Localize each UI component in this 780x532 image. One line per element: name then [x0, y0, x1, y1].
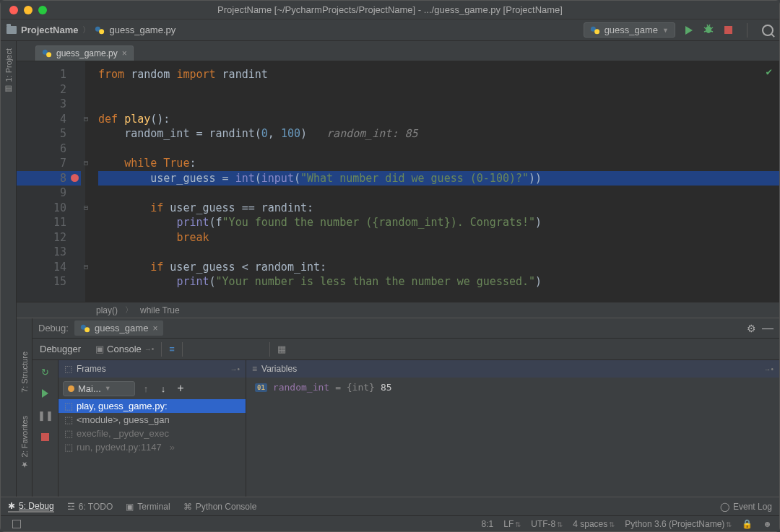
window-controls: [1, 6, 47, 14]
force-step-into-button[interactable]: [226, 344, 240, 355]
stop-debug-button[interactable]: [38, 429, 53, 444]
close-session-button[interactable]: ×: [152, 323, 157, 333]
fold-icon[interactable]: ⊟: [84, 112, 88, 127]
svg-line-7: [704, 31, 706, 32]
frame-item[interactable]: ⬚run, pydevd.py:1147»: [58, 440, 246, 454]
frame-item[interactable]: ⬚play, guess_game.py:: [58, 399, 246, 413]
favorites-tool-tab[interactable]: ★2: Favorites: [19, 411, 30, 474]
code-content[interactable]: from random import randint def play(): r…: [85, 61, 779, 302]
lock-icon[interactable]: 🔒: [742, 519, 753, 529]
debug-button[interactable]: [703, 23, 714, 37]
close-window-button[interactable]: [9, 6, 18, 14]
titlebar: ProjectName [~/PycharmProjects/ProjectNa…: [1, 1, 779, 19]
editor-tabs: guess_game.py ×: [17, 41, 779, 61]
debug-toolbar: Debugger ▣Console→• ≡ I ▦: [32, 339, 779, 360]
line-separator[interactable]: LF: [503, 519, 521, 529]
debug-tool-window: 7: Structure ★2: Favorites Debug: guess_…: [17, 318, 779, 497]
variable-row[interactable]: 01 random_int = {int} 85: [246, 378, 779, 397]
run-to-cursor-button[interactable]: I: [255, 344, 269, 355]
evaluate-expression-button[interactable]: ▦: [270, 340, 293, 358]
step-out-button[interactable]: [240, 344, 255, 355]
thread-selector[interactable]: Mai... ▼: [63, 381, 135, 396]
close-tab-button[interactable]: ×: [122, 48, 127, 58]
breadcrumb-file: guess_game.py: [109, 25, 176, 35]
structure-tool-tab[interactable]: 7: Structure: [19, 347, 30, 397]
breadcrumb-project: ProjectName: [21, 25, 78, 35]
threads-icon[interactable]: ≡: [162, 340, 182, 358]
chevron-right-icon: 〉: [82, 25, 90, 35]
run-configuration-selector[interactable]: guess_game ▼: [584, 22, 675, 38]
debug-title: Debug:: [38, 323, 69, 333]
fold-icon[interactable]: ⊟: [84, 201, 88, 216]
editor-breadcrumb[interactable]: play() 〉 while True: [17, 302, 779, 318]
svg-line-9: [707, 25, 708, 26]
status-bar: 8:1 LF UTF-8 4 spaces Python 3.6 (Projec…: [1, 515, 779, 531]
terminal-tool-button[interactable]: ▣Terminal: [126, 502, 170, 512]
svg-line-5: [704, 27, 706, 29]
svg-line-6: [711, 27, 713, 29]
search-everywhere-button[interactable]: [762, 25, 774, 36]
editor-area: guess_game.py × ✔ 1 2 3 4⊟ 5 6 7⊟ 8 9 10…: [17, 41, 779, 497]
stop-button[interactable]: [724, 26, 732, 34]
inspection-ok-icon: ✔: [766, 66, 772, 77]
breadcrumb[interactable]: ProjectName 〉 guess_game.py: [6, 25, 176, 35]
rerun-button[interactable]: ↻: [38, 365, 53, 379]
breakpoint-icon[interactable]: [71, 174, 79, 182]
frame-list[interactable]: ⬚play, guess_game.py: ⬚<module>, guess_g…: [58, 399, 246, 497]
inspector-icon[interactable]: ☻: [763, 519, 772, 529]
gutter[interactable]: 1 2 3 4⊟ 5 6 7⊟ 8 9 10⊟ 11 12 13 14⊟ 15: [17, 61, 85, 302]
python-file-icon: [95, 25, 105, 35]
run-button[interactable]: [685, 26, 693, 35]
navigation-bar: ProjectName 〉 guess_game.py guess_game ▼: [1, 19, 779, 41]
debug-session-tab[interactable]: guess_game ×: [74, 320, 163, 336]
event-log-button[interactable]: ◯Event Log: [720, 502, 772, 512]
step-into-button[interactable]: [197, 344, 212, 355]
svg-point-14: [84, 327, 90, 332]
indent-setting[interactable]: 4 spaces: [573, 519, 615, 529]
debugger-tab[interactable]: Debugger: [32, 340, 88, 358]
project-tool-tab[interactable]: ▤ 1: Project: [3, 44, 14, 98]
python-console-tool-button[interactable]: ⌘Python Console: [183, 502, 257, 512]
next-frame-button[interactable]: ↓: [157, 383, 170, 394]
debug-main: ↻ ❚❚ ⬚Frames →•: [32, 360, 779, 497]
thread-status-icon: [68, 385, 74, 392]
run-config-label: guess_game: [604, 25, 658, 35]
step-into-my-code-button[interactable]: [212, 344, 226, 355]
bottom-tool-bar: ✱5: Debug ☲6: TODO ▣Terminal ⌘Python Con…: [1, 497, 779, 515]
add-button[interactable]: +: [174, 382, 187, 395]
debug-tool-button[interactable]: ✱5: Debug: [8, 501, 54, 513]
tool-window-layout-icon[interactable]: [12, 520, 21, 528]
settings-icon[interactable]: ⚙: [747, 323, 756, 334]
editor-tab[interactable]: guess_game.py ×: [35, 45, 134, 61]
editor-tab-label: guess_game.py: [56, 48, 118, 58]
svg-point-4: [706, 26, 711, 33]
folder-icon: [6, 26, 17, 34]
svg-point-3: [594, 29, 599, 34]
prev-frame-button[interactable]: ↑: [139, 383, 152, 394]
variable-type-badge: 01: [255, 383, 267, 392]
fold-icon[interactable]: ⊟: [84, 260, 88, 275]
zoom-window-button[interactable]: [38, 6, 47, 14]
todo-tool-button[interactable]: ☲6: TODO: [67, 502, 113, 512]
fold-icon[interactable]: ⊟: [84, 156, 88, 171]
svg-line-10: [709, 25, 710, 26]
resume-button[interactable]: [38, 386, 53, 401]
minimize-window-button[interactable]: [24, 6, 32, 14]
pause-button[interactable]: ❚❚: [38, 408, 53, 422]
frames-header: ⬚Frames →•: [58, 360, 246, 378]
step-over-button[interactable]: [183, 344, 197, 355]
frame-item[interactable]: ⬚execfile, _pydev_exec: [58, 427, 246, 440]
ide-window: ProjectName [~/PycharmProjects/ProjectNa…: [0, 0, 780, 532]
svg-point-12: [46, 52, 51, 57]
console-tab[interactable]: ▣Console→•: [88, 340, 161, 358]
file-encoding[interactable]: UTF-8: [531, 519, 563, 529]
python-file-icon: [80, 323, 90, 333]
debug-header: Debug: guess_game × ⚙ —: [32, 318, 779, 339]
caret-position[interactable]: 8:1: [482, 519, 494, 529]
minimize-panel-button[interactable]: —: [762, 322, 774, 335]
code-editor[interactable]: ✔ 1 2 3 4⊟ 5 6 7⊟ 8 9 10⊟ 11 12 13 14⊟ 1…: [17, 61, 779, 302]
frame-item[interactable]: ⬚<module>, guess_gan: [58, 413, 246, 427]
svg-line-8: [711, 31, 713, 32]
python-interpreter[interactable]: Python 3.6 (ProjectName): [625, 519, 732, 529]
python-file-icon: [42, 48, 52, 58]
